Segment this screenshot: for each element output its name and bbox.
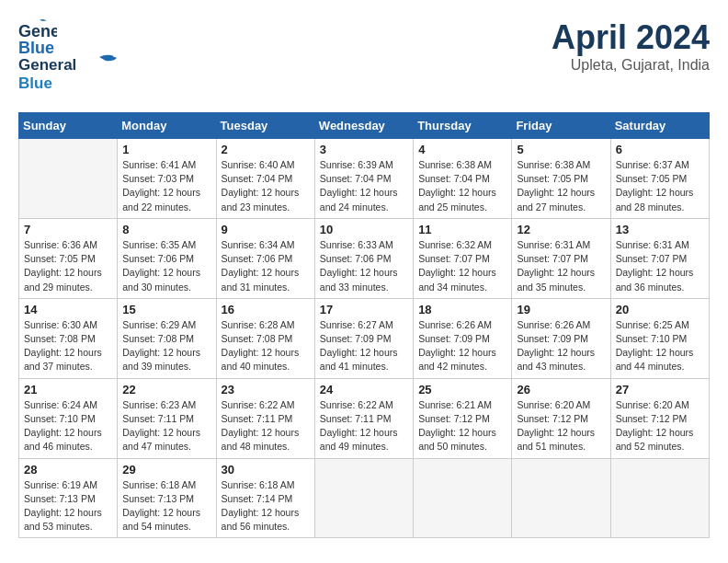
weekday-header: Sunday [19,113,118,139]
sunset-text: Sunset: 7:04 PM [222,173,293,184]
weekday-header: Monday [118,113,216,139]
daylight-text: Daylight: 12 hoursand 39 minutes. [122,347,200,372]
calendar-cell: 24Sunrise: 6:22 AMSunset: 7:11 PMDayligh… [314,378,413,458]
day-number: 8 [122,223,210,236]
sunrise-text: Sunrise: 6:32 AM [418,239,492,250]
weekday-header: Wednesday [314,113,413,139]
logo: General Blue General Blue [18,18,119,98]
sunset-text: Sunset: 7:11 PM [222,413,293,424]
calendar-cell: 17Sunrise: 6:27 AMSunset: 7:09 PMDayligh… [314,298,413,378]
daylight-text: Daylight: 12 hoursand 30 minutes. [122,267,200,292]
sunrise-text: Sunrise: 6:26 AM [517,319,590,330]
day-number: 16 [222,303,310,316]
day-number: 14 [24,303,112,316]
daylight-text: Daylight: 12 hoursand 48 minutes. [222,427,300,452]
day-number: 18 [418,303,506,316]
daylight-text: Daylight: 12 hoursand 22 minutes. [122,187,200,212]
day-number: 24 [320,383,408,396]
weekday-header: Thursday [414,113,512,139]
daylight-text: Daylight: 12 hoursand 51 minutes. [517,427,595,452]
calendar-cell: 23Sunrise: 6:22 AMSunset: 7:11 PMDayligh… [216,378,314,458]
day-number: 15 [122,303,210,316]
weekday-header: Tuesday [216,113,314,139]
sunrise-text: Sunrise: 6:18 AM [122,479,196,490]
sunset-text: Sunset: 7:05 PM [517,173,588,184]
sunrise-text: Sunrise: 6:35 AM [122,239,196,250]
weekday-header: Friday [512,113,610,139]
calendar-cell: 3Sunrise: 6:39 AMSunset: 7:04 PMDaylight… [314,139,413,219]
day-number: 7 [24,223,112,236]
day-info: Sunrise: 6:34 AMSunset: 7:06 PMDaylight:… [222,238,310,294]
sunset-text: Sunset: 7:11 PM [320,413,392,424]
daylight-text: Daylight: 12 hoursand 43 minutes. [517,347,595,372]
calendar-cell: 10Sunrise: 6:33 AMSunset: 7:06 PMDayligh… [314,218,413,298]
day-number: 17 [320,303,408,316]
daylight-text: Daylight: 12 hoursand 34 minutes. [418,267,496,292]
sunset-text: Sunset: 7:03 PM [122,173,194,184]
daylight-text: Daylight: 12 hoursand 42 minutes. [418,347,496,372]
day-info: Sunrise: 6:30 AMSunset: 7:08 PMDaylight:… [24,318,112,374]
day-info: Sunrise: 6:20 AMSunset: 7:12 PMDaylight:… [616,398,704,454]
day-number: 9 [222,223,310,236]
calendar-title: April 2024 [552,18,710,57]
sunrise-text: Sunrise: 6:29 AM [122,319,196,330]
calendar-cell: 19Sunrise: 6:26 AMSunset: 7:09 PMDayligh… [512,298,610,378]
weekday-header-row: SundayMondayTuesdayWednesdayThursdayFrid… [19,113,710,139]
sunrise-text: Sunrise: 6:36 AM [24,239,97,250]
day-info: Sunrise: 6:31 AMSunset: 7:07 PMDaylight:… [616,238,704,294]
sunrise-text: Sunrise: 6:31 AM [616,239,689,250]
day-info: Sunrise: 6:24 AMSunset: 7:10 PMDaylight:… [24,398,112,454]
sunset-text: Sunset: 7:08 PM [24,333,96,344]
day-info: Sunrise: 6:26 AMSunset: 7:09 PMDaylight:… [418,318,506,374]
daylight-text: Daylight: 12 hoursand 56 minutes. [222,507,300,532]
day-info: Sunrise: 6:39 AMSunset: 7:04 PMDaylight:… [320,158,408,214]
day-info: Sunrise: 6:26 AMSunset: 7:09 PMDaylight:… [517,318,605,374]
calendar-cell: 25Sunrise: 6:21 AMSunset: 7:12 PMDayligh… [414,378,512,458]
calendar-week-row: 1Sunrise: 6:41 AMSunset: 7:03 PMDaylight… [19,139,710,219]
calendar-cell: 27Sunrise: 6:20 AMSunset: 7:12 PMDayligh… [610,378,709,458]
sunrise-text: Sunrise: 6:22 AM [222,399,295,410]
day-number: 22 [122,383,210,396]
calendar-cell: 11Sunrise: 6:32 AMSunset: 7:07 PMDayligh… [414,218,512,298]
svg-text:General: General [18,56,76,74]
sunrise-text: Sunrise: 6:31 AM [517,239,590,250]
day-number: 19 [517,303,605,316]
calendar-week-row: 28Sunrise: 6:19 AMSunset: 7:13 PMDayligh… [19,458,710,538]
sunrise-text: Sunrise: 6:27 AM [320,319,393,330]
day-number: 10 [320,223,408,236]
day-info: Sunrise: 6:28 AMSunset: 7:08 PMDaylight:… [222,318,310,374]
sunrise-text: Sunrise: 6:22 AM [320,399,393,410]
calendar-subtitle: Upleta, Gujarat, India [552,57,710,74]
day-info: Sunrise: 6:40 AMSunset: 7:04 PMDaylight:… [222,158,310,214]
day-info: Sunrise: 6:18 AMSunset: 7:14 PMDaylight:… [222,478,310,534]
sunset-text: Sunset: 7:12 PM [517,413,588,424]
sunrise-text: Sunrise: 6:26 AM [418,319,492,330]
day-number: 28 [24,463,112,477]
sunset-text: Sunset: 7:10 PM [616,333,688,344]
daylight-text: Daylight: 12 hoursand 40 minutes. [222,347,300,372]
day-number: 2 [222,143,310,156]
day-number: 12 [517,223,605,236]
day-info: Sunrise: 6:22 AMSunset: 7:11 PMDaylight:… [320,398,408,454]
logo-icon: General Blue [18,18,57,57]
daylight-text: Daylight: 12 hoursand 35 minutes. [517,267,595,292]
calendar-cell [414,458,512,538]
day-info: Sunrise: 6:18 AMSunset: 7:13 PMDaylight:… [122,478,210,534]
daylight-text: Daylight: 12 hoursand 46 minutes. [24,427,102,452]
daylight-text: Daylight: 12 hoursand 36 minutes. [616,267,694,292]
day-number: 30 [222,463,310,477]
day-info: Sunrise: 6:23 AMSunset: 7:11 PMDaylight:… [122,398,210,454]
calendar-cell: 1Sunrise: 6:41 AMSunset: 7:03 PMDaylight… [118,139,216,219]
daylight-text: Daylight: 12 hoursand 33 minutes. [320,267,398,292]
calendar-cell: 29Sunrise: 6:18 AMSunset: 7:13 PMDayligh… [118,458,216,538]
sunset-text: Sunset: 7:09 PM [418,333,490,344]
sunset-text: Sunset: 7:10 PM [24,413,96,424]
calendar-cell: 8Sunrise: 6:35 AMSunset: 7:06 PMDaylight… [118,218,216,298]
calendar-cell: 30Sunrise: 6:18 AMSunset: 7:14 PMDayligh… [216,458,314,538]
calendar-table: SundayMondayTuesdayWednesdayThursdayFrid… [18,112,710,538]
calendar-cell: 28Sunrise: 6:19 AMSunset: 7:13 PMDayligh… [19,458,118,538]
day-number: 1 [122,143,210,156]
day-number: 23 [222,383,310,396]
title-block: April 2024 Upleta, Gujarat, India [552,18,710,74]
daylight-text: Daylight: 12 hoursand 50 minutes. [418,427,496,452]
